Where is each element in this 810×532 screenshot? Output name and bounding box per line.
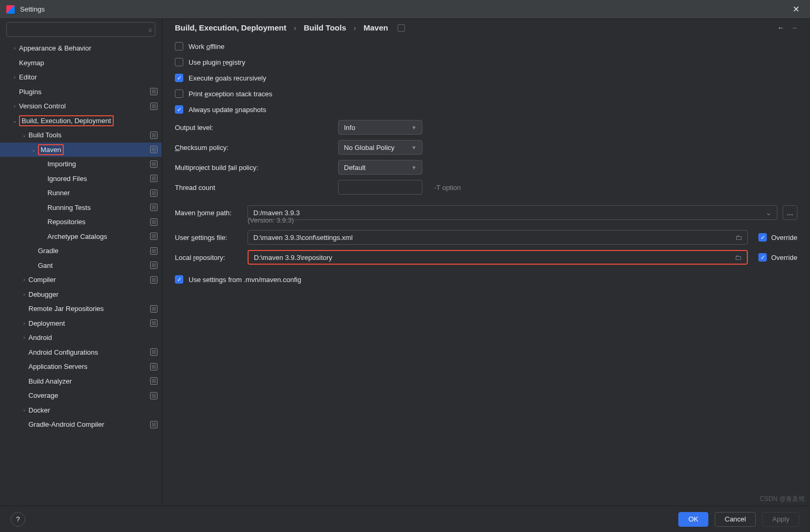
project-level-icon (150, 276, 157, 284)
check-label: Use settings from .mvn/maven.config (189, 276, 301, 284)
chevron-right-icon: › (20, 407, 28, 413)
project-level-icon (150, 305, 157, 313)
tree-item-version-control[interactable]: ›Version Control (0, 99, 162, 114)
tree-item-gradle[interactable]: Gradle (0, 244, 162, 258)
tree-item-label: Runner (47, 189, 148, 197)
checkbox[interactable] (175, 58, 183, 66)
breadcrumb-item[interactable]: Maven (363, 23, 388, 32)
tree-item-label: Remote Jar Repositories (28, 305, 148, 313)
project-level-icon (150, 218, 157, 226)
project-level-icon (150, 88, 157, 95)
folder-icon[interactable]: 🗀 (735, 234, 742, 242)
checkbox[interactable] (758, 253, 767, 262)
tree-item-compiler[interactable]: ›Compiler (0, 273, 162, 287)
tree-item-importing[interactable]: Importing (0, 157, 162, 172)
checksum-policy-label: Checksum policy: (175, 144, 333, 152)
always-update-check[interactable]: Always update snapshots (175, 102, 797, 117)
tree-item-plugins[interactable]: Plugins (0, 85, 162, 99)
tree-item-remote-jar-repositories[interactable]: Remote Jar Repositories (0, 302, 162, 316)
maven-home-dropdown[interactable]: D:/maven 3.9.3 ⌄ (248, 205, 777, 220)
local-repo-override-check[interactable]: Override (758, 253, 797, 262)
checkbox[interactable] (175, 42, 183, 51)
chevron-right-icon: › (20, 320, 28, 326)
nav-back-icon[interactable]: ← (777, 24, 784, 32)
checkbox[interactable] (758, 233, 767, 242)
tree-item-docker[interactable]: ›Docker (0, 403, 162, 418)
ok-button[interactable]: OK (678, 512, 708, 527)
tree-item-label: Keymap (19, 59, 157, 67)
chevron-down-icon: ⌄ (766, 209, 772, 217)
breadcrumb-item[interactable]: Build, Execution, Deployment (175, 23, 287, 32)
check-label: Print exception stack traces (189, 90, 272, 98)
tree-item-label: Build Analyzer (28, 377, 148, 385)
tree-item-repositories[interactable]: Repositories (0, 215, 162, 229)
tree-item-archetype-catalogs[interactable]: Archetype Catalogs (0, 229, 162, 244)
browse-button[interactable]: … (783, 205, 797, 220)
tree-item-android-configurations[interactable]: Android Configurations (0, 345, 162, 360)
search-input[interactable] (6, 22, 155, 37)
user-settings-input[interactable]: D:\maven 3.9.3\conf\settings.xml 🗀 (248, 230, 748, 245)
tree-item-label: Importing (47, 160, 148, 168)
tree-item-label: Application Servers (28, 363, 148, 370)
checkbox[interactable] (175, 275, 183, 284)
tree-item-ignored-files[interactable]: Ignored Files (0, 172, 162, 186)
tree-item-label: Gradle (38, 247, 148, 255)
checkbox[interactable] (175, 89, 183, 98)
work-offline-check[interactable]: Work offline (175, 38, 797, 54)
tree-item-keymap[interactable]: Keymap (0, 56, 162, 71)
tree-item-label: Build Tools (28, 131, 148, 139)
chevron-right-icon: › (353, 23, 356, 32)
project-level-icon (150, 421, 157, 428)
project-level-icon (150, 377, 157, 385)
local-repo-label: Local repository: (175, 254, 242, 262)
use-mvn-config-check[interactable]: Use settings from .mvn/maven.config (175, 272, 797, 287)
print-exception-check[interactable]: Print exception stack traces (175, 86, 797, 102)
tree-item-label: Android Configurations (28, 348, 148, 356)
help-button[interactable]: ? (11, 512, 25, 527)
multiproject-fail-dropdown[interactable]: Default▼ (338, 160, 422, 175)
local-repo-input[interactable]: D:\maven 3.9.3\repository 🗀 (248, 250, 748, 265)
nav-forward-icon[interactable]: → (791, 24, 797, 32)
tree-item-coverage[interactable]: Coverage (0, 388, 162, 403)
folder-icon[interactable]: 🗀 (735, 254, 742, 262)
tree-item-android[interactable]: ›Android (0, 330, 162, 345)
chevron-down-icon: ⌄ (11, 118, 19, 124)
tree-item-appearance-behavior[interactable]: ›Appearance & Behavior (0, 41, 162, 56)
checkbox[interactable] (175, 105, 183, 114)
tree-item-application-servers[interactable]: Application Servers (0, 359, 162, 374)
tree-item-label: Coverage (28, 392, 148, 399)
thread-count-input[interactable] (338, 180, 422, 195)
apply-button[interactable]: Apply (762, 512, 799, 527)
user-settings-override-check[interactable]: Override (758, 233, 797, 242)
chevron-right-icon: › (20, 335, 28, 340)
tree-item-label: Gradle-Android Compiler (28, 420, 148, 428)
tree-item-running-tests[interactable]: Running Tests (0, 200, 162, 215)
tree-item-runner[interactable]: Runner (0, 186, 162, 200)
tree-item-label: Gant (38, 262, 148, 269)
breadcrumb: Build, Execution, Deployment › Build Too… (175, 23, 405, 32)
footer: ? OK Cancel Apply (0, 506, 810, 532)
tree-item-build-execution-deployment[interactable]: ⌄Build, Execution, Deployment (0, 114, 162, 128)
cancel-button[interactable]: Cancel (715, 512, 756, 527)
tree-item-deployment[interactable]: ›Deployment (0, 316, 162, 331)
tree-item-build-tools[interactable]: ⌄Build Tools (0, 128, 162, 143)
tree-item-debugger[interactable]: ›Debugger (0, 287, 162, 302)
tree-item-gant[interactable]: Gant (0, 258, 162, 273)
close-icon[interactable]: ✕ (788, 2, 804, 16)
tree-item-build-analyzer[interactable]: Build Analyzer (0, 374, 162, 389)
use-plugin-registry-check[interactable]: Use plugin registry (175, 54, 797, 70)
breadcrumb-item[interactable]: Build Tools (304, 23, 347, 32)
tree-item-maven[interactable]: ⌄Maven (0, 143, 162, 157)
multiproject-fail-label: Multiproject build fail policy: (175, 164, 333, 172)
execute-goals-check[interactable]: Execute goals recursively (175, 70, 797, 86)
settings-tree[interactable]: ›Appearance & BehaviorKeymap›EditorPlugi… (0, 39, 162, 506)
tree-item-gradle-android-compiler[interactable]: Gradle-Android Compiler (0, 417, 162, 432)
tree-item-editor[interactable]: ›Editor (0, 70, 162, 85)
tree-item-label: Docker (28, 406, 157, 414)
checksum-policy-dropdown[interactable]: No Global Policy▼ (338, 140, 422, 155)
check-label: Execute goals recursively (189, 74, 266, 82)
window-title: Settings (20, 5, 45, 13)
output-level-dropdown[interactable]: Info▼ (338, 120, 422, 135)
checkbox[interactable] (175, 74, 183, 82)
tree-item-label: Editor (19, 73, 157, 81)
